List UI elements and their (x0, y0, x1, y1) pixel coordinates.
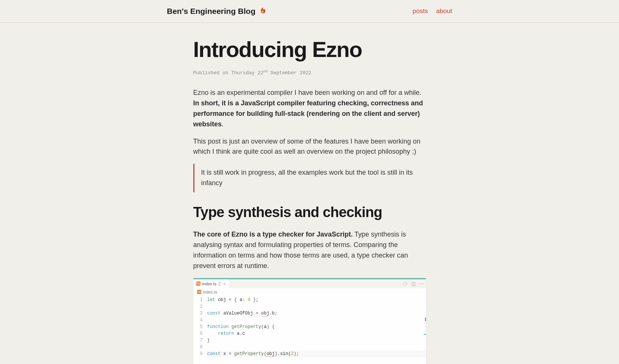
lineno: 6 (200, 330, 203, 337)
site-header: Ben's Engineering Blog posts about (0, 0, 619, 23)
breadcrumb-filename: index.ts (203, 290, 217, 294)
section-heading: Type synthesis and checking (193, 204, 426, 220)
lineno: 9 (200, 351, 203, 357)
intro-paragraph-2: This post is just an overview of some of… (193, 136, 426, 157)
code-line: function getProperty(a) { (207, 324, 426, 330)
code-line: } (207, 337, 426, 344)
code-line: return a.c (207, 330, 426, 337)
code-line (207, 344, 426, 351)
fire-icon (259, 7, 266, 15)
quote-text: It is still work in progress, all the ex… (201, 168, 426, 189)
split-editor-icon[interactable]: ◫ (411, 281, 416, 286)
nav-posts[interactable]: posts (413, 7, 428, 15)
lineno: 2 (200, 303, 203, 310)
code-lines: let obj = { a: 4 }; const aValueOfObj = … (207, 297, 426, 357)
minimap-marker (425, 318, 426, 321)
site-title[interactable]: Ben's Engineering Blog (167, 7, 266, 16)
date-ordinal: nd (264, 70, 268, 73)
code-line: const x = getProperty(obj).sin(2); (207, 351, 426, 357)
close-icon[interactable]: × (223, 282, 226, 286)
editor-tab[interactable]: TS index.ts 2 × (193, 279, 229, 288)
lineno: 1 (200, 297, 203, 303)
section-paragraph: The core of Ezno is a type checker for J… (193, 229, 426, 271)
p1-text-b: In short, it is a JavaScript compiler fe… (193, 99, 423, 128)
top-nav: posts about (413, 7, 452, 15)
ts-file-icon: TS (197, 290, 201, 294)
lineno: 3 (200, 310, 203, 317)
p1-text-a: Ezno is an experimental compiler I have … (193, 89, 422, 96)
tab-problem-count: 2 (218, 282, 220, 286)
site-title-text: Ben's Engineering Blog (167, 7, 256, 16)
post-title: Introducing Ezno (193, 38, 426, 61)
post-date: Published on Thursday 22nd September 202… (193, 70, 426, 76)
editor-tab-bar: TS index.ts 2 × ⧂ ◫ ⋯ (193, 279, 426, 288)
intro-paragraph-1: Ezno is an experimental compiler I have … (193, 88, 426, 130)
line-gutter: 1 2 3 4 5 6 7 8 9 (193, 297, 207, 357)
code-video: TS index.ts 2 × ⧂ ◫ ⋯ TS index.ts 1 2 (193, 278, 426, 364)
code-line (207, 303, 426, 310)
date-suffix: September 2022 (268, 70, 312, 76)
ts-file-icon: TS (196, 282, 200, 286)
tab-filename: index.ts (202, 282, 217, 286)
editor-breadcrumb: TS index.ts (193, 288, 426, 296)
code-line (207, 317, 426, 324)
lineno: 8 (200, 344, 203, 351)
p3-bold: The core of Ezno is a type checker for J… (193, 231, 353, 238)
code-area: 1 2 3 4 5 6 7 8 9 let obj = { a: 4 }; co… (193, 296, 426, 364)
p1-text-c: . (222, 120, 224, 128)
nav-about[interactable]: about (436, 7, 452, 15)
more-actions-icon[interactable]: ⋯ (419, 281, 424, 286)
code-line: const aValueOfObj = obj.b; (207, 310, 426, 317)
wip-quote: It is still work in progress, all the ex… (193, 164, 426, 192)
minimap-marker (424, 334, 426, 335)
post-main: Introducing Ezno Published on Thursday 2… (193, 23, 426, 364)
date-prefix: Published on Thursday 22 (193, 70, 264, 76)
lineno: 7 (200, 337, 203, 344)
lineno: 4 (200, 317, 203, 324)
toggle-preview-icon[interactable]: ⧂ (403, 281, 408, 286)
lineno: 5 (200, 324, 203, 330)
code-line: let obj = { a: 4 }; (207, 297, 426, 303)
